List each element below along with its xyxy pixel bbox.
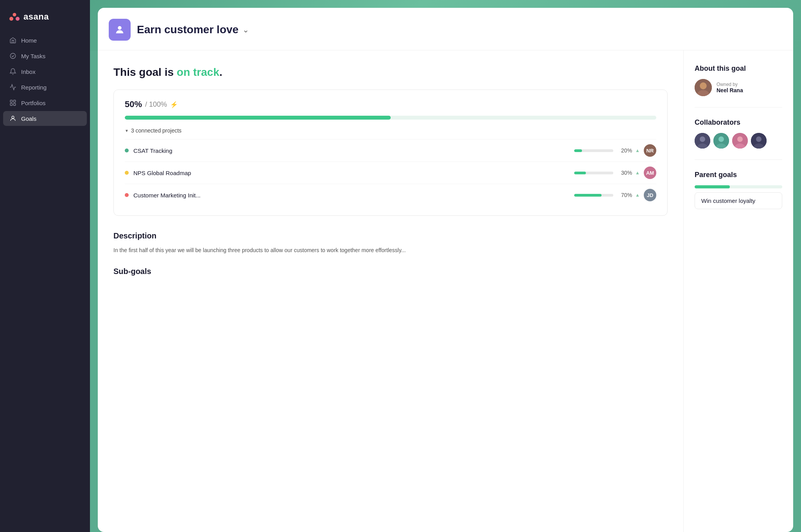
- svg-rect-1: [10, 100, 12, 102]
- collaborator-avatar-1: [713, 133, 729, 149]
- app-logo: asana: [0, 8, 90, 33]
- chart-icon: [9, 84, 16, 91]
- sidebar-item-inbox[interactable]: Inbox: [3, 64, 87, 79]
- asana-logo-icon: [9, 13, 20, 21]
- sidebar-item-goals-label: Goals: [21, 115, 36, 122]
- svg-rect-2: [14, 100, 16, 102]
- sidebar-item-reporting[interactable]: Reporting: [3, 80, 87, 95]
- content-card: Earn customer love ⌄ This goal is on tra…: [98, 8, 793, 532]
- project-pct-2: 70%: [618, 192, 632, 198]
- bell-icon: [9, 68, 16, 75]
- sidebar-item-portfolios[interactable]: Portfolios: [3, 95, 87, 110]
- trend-arrow-1: ▲: [635, 170, 640, 176]
- avatar-1: AM: [644, 167, 656, 179]
- parent-goal-name: Win customer loyalty: [701, 197, 755, 204]
- side-panel: About this goal Owned by: [684, 50, 793, 532]
- progress-card: 50% / 100% ⚡ ▼ 3 connected projects: [113, 90, 668, 216]
- owner-avatar-svg: [695, 79, 712, 96]
- trend-arrow-0: ▲: [635, 148, 640, 153]
- project-dot-yellow: [125, 171, 129, 175]
- sidebar-item-my-tasks[interactable]: My Tasks: [3, 48, 87, 63]
- lightning-icon: ⚡: [170, 101, 178, 108]
- about-goal-section: About this goal Owned by: [695, 64, 782, 107]
- app-name: asana: [23, 12, 49, 22]
- subgoals-heading: Sub-goals: [113, 267, 668, 276]
- owner-avatar: [695, 79, 712, 96]
- avatar-initials-1: AM: [646, 170, 654, 176]
- chevron-down-icon[interactable]: ⌄: [242, 25, 249, 34]
- goal-person-icon: [114, 24, 125, 35]
- collab-svg-2: [732, 133, 748, 149]
- sidebar-item-home[interactable]: Home: [3, 33, 87, 48]
- project-pct-0: 20%: [618, 147, 632, 154]
- svg-point-11: [700, 136, 705, 142]
- svg-rect-4: [14, 104, 16, 106]
- project-bar-wrap-1: [574, 172, 613, 174]
- sidebar-item-inbox-label: Inbox: [21, 68, 36, 75]
- status-prefix: This goal is: [113, 66, 177, 78]
- connected-projects-toggle[interactable]: ▼ 3 connected projects: [125, 127, 656, 134]
- progress-current: 50%: [125, 99, 142, 109]
- project-name-0: CSAT Tracking: [133, 147, 574, 154]
- project-dot-green: [125, 149, 129, 152]
- triangle-icon: ▼: [125, 129, 129, 133]
- sidebar-nav: Home My Tasks Inbox: [0, 33, 90, 126]
- goal-icon-box: [109, 19, 131, 41]
- project-dot-red: [125, 193, 129, 197]
- header-title: Earn customer love ⌄: [137, 23, 249, 36]
- avatar-2: JD: [644, 189, 656, 201]
- svg-point-0: [10, 53, 16, 59]
- check-circle-icon: [9, 52, 16, 59]
- project-row-1[interactable]: NPS Global Roadmap 30% ▲ AM: [125, 161, 656, 184]
- goal-status-heading: This goal is on track.: [113, 66, 668, 79]
- main-area: Earn customer love ⌄ This goal is on tra…: [90, 0, 801, 532]
- svg-point-6: [118, 26, 121, 30]
- project-bar-fill-2: [574, 194, 602, 197]
- project-bar-fill-0: [574, 149, 582, 152]
- avatar-initials-2: JD: [647, 192, 654, 198]
- sidebar-item-goals[interactable]: Goals: [3, 111, 87, 126]
- owner-info: Owned by Neel Rana: [717, 82, 743, 93]
- project-bar-wrap-2: [574, 194, 613, 197]
- collaborators-row: [695, 133, 782, 149]
- project-bar-fill-1: [574, 172, 586, 174]
- owner-name: Neel Rana: [717, 87, 743, 93]
- collaborator-avatar-3: [751, 133, 767, 149]
- project-name-2: Customer Marketing Init...: [133, 192, 574, 199]
- collab-svg-1: [713, 133, 729, 149]
- project-name-1: NPS Global Roadmap: [133, 170, 574, 176]
- sidebar-item-reporting-label: Reporting: [21, 84, 47, 91]
- card-header: Earn customer love ⌄: [98, 8, 793, 50]
- project-row-2[interactable]: Customer Marketing Init... 70% ▲ JD: [125, 184, 656, 206]
- description-heading: Description: [113, 231, 668, 240]
- collaborator-avatar-0: [695, 133, 710, 149]
- main-content: This goal is on track. 50% / 100% ⚡: [98, 50, 684, 532]
- parent-goal-box[interactable]: Win customer loyalty: [695, 192, 782, 209]
- svg-point-5: [12, 116, 14, 118]
- collaborator-avatar-2: [732, 133, 748, 149]
- goal-title: Earn customer love: [137, 23, 239, 36]
- home-icon: [9, 37, 16, 44]
- description-text: In the first half of this year we will b…: [113, 246, 668, 254]
- card-body: This goal is on track. 50% / 100% ⚡: [98, 50, 793, 532]
- project-bar-wrap-0: [574, 149, 613, 152]
- parent-goal-bar-fill: [695, 185, 730, 188]
- avatar-0: NR: [644, 144, 656, 157]
- progress-header: 50% / 100% ⚡: [125, 99, 656, 109]
- progress-bar-wrap: [125, 116, 656, 120]
- svg-rect-3: [10, 104, 12, 106]
- connected-projects-label: 3 connected projects: [131, 127, 181, 134]
- project-row[interactable]: CSAT Tracking 20% ▲ NR: [125, 139, 656, 161]
- parent-goal-bar: [695, 185, 782, 188]
- collaborators-heading: Collaborators: [695, 118, 782, 127]
- sidebar-item-home-label: Home: [21, 37, 37, 44]
- person-icon: [9, 115, 16, 122]
- collab-svg-3: [751, 133, 767, 149]
- grid-icon: [9, 99, 16, 106]
- project-list: CSAT Tracking 20% ▲ NR: [125, 139, 656, 206]
- sidebar-item-portfolios-label: Portfolios: [21, 100, 46, 106]
- project-pct-1: 30%: [618, 170, 632, 176]
- progress-divider: / 100%: [145, 100, 167, 109]
- owned-by-label: Owned by: [717, 82, 743, 87]
- svg-point-14: [718, 136, 724, 142]
